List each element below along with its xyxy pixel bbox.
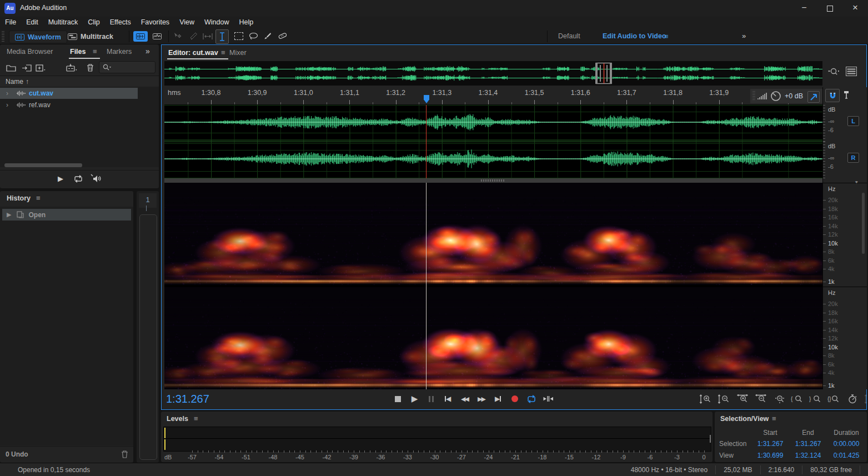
zoom-in-vertical-button[interactable] <box>699 394 713 404</box>
strip-scroll-track[interactable] <box>139 214 157 460</box>
menu-window[interactable]: Window <box>199 17 234 28</box>
skip-selection-button[interactable] <box>540 392 555 405</box>
tab-mixer[interactable]: Mixer <box>229 49 247 57</box>
stop-button[interactable] <box>390 392 405 405</box>
zoom-in-vertical-disabled-button[interactable] <box>864 394 868 404</box>
expand-chevron-icon[interactable]: › <box>3 89 11 97</box>
lasso-selection-tool[interactable] <box>247 30 260 42</box>
tab-media-browser[interactable]: Media Browser <box>7 48 53 56</box>
history-entry-open[interactable]: ▶ Open <box>2 209 131 221</box>
gain-hud-value[interactable]: +0 dB <box>785 92 803 100</box>
insert-into-multitrack-button[interactable] <box>66 62 79 74</box>
multitrack-view-button[interactable]: Multitrack <box>62 31 119 42</box>
level-meter-icon[interactable] <box>757 92 767 100</box>
left-channel-badge[interactable]: L <box>847 116 859 126</box>
rewind-button[interactable]: ◀◀ <box>457 392 472 405</box>
view-start-value[interactable]: 1:30.699 <box>754 452 787 459</box>
workspace-menu-icon[interactable]: ≡ <box>664 32 669 41</box>
tab-markers[interactable]: Markers <box>107 48 132 56</box>
zoom-to-in-point-button[interactable]: { <box>791 394 804 404</box>
snap-magnet-button[interactable] <box>825 89 840 102</box>
waveform-spectral-splitter[interactable] <box>164 178 822 183</box>
history-panel-menu-icon[interactable]: ≡ <box>36 194 41 202</box>
gain-knob-icon[interactable] <box>770 91 781 102</box>
timeline-ruler[interactable]: hms1:30,81:30,91:31,01:31,11:31,21:31,31… <box>164 87 822 105</box>
view-end-value[interactable]: 1:32.124 <box>791 452 825 459</box>
menu-view[interactable]: View <box>174 17 199 28</box>
new-file-button[interactable] <box>34 62 48 74</box>
marker-pin-icon[interactable] <box>843 90 850 100</box>
slip-tool[interactable] <box>201 30 214 42</box>
fast-forward-button[interactable]: ▶▶ <box>474 392 489 405</box>
menu-help[interactable]: Help <box>234 17 258 28</box>
view-duration-value[interactable]: 0:01.425 <box>828 452 865 459</box>
play-button[interactable]: ▶ <box>407 392 422 405</box>
menu-clip[interactable]: Clip <box>83 17 105 28</box>
delete-file-button[interactable] <box>83 62 97 74</box>
marquee-selection-tool[interactable] <box>232 30 245 42</box>
skip-to-end-button[interactable]: ▶ <box>490 392 505 405</box>
expand-chevron-icon[interactable]: › <box>3 101 11 109</box>
overview-waveform[interactable] <box>164 61 822 86</box>
hud-pin-button[interactable] <box>807 91 820 103</box>
skip-to-start-button[interactable]: ◀ <box>440 392 455 405</box>
timer-zoom-button[interactable] <box>846 394 859 404</box>
zoom-out-full-icon[interactable] <box>827 66 840 77</box>
import-file-button[interactable] <box>20 62 33 74</box>
level-meters[interactable] <box>163 427 711 452</box>
selection-end-value[interactable]: 1:31.267 <box>791 440 825 448</box>
auto-play-speaker-button[interactable] <box>90 174 102 183</box>
selection-start-value[interactable]: 1:31.267 <box>754 440 787 448</box>
files-panel-menu-icon[interactable]: ≡ <box>93 47 97 56</box>
record-button[interactable] <box>507 392 522 405</box>
tab-editor-cut-wav[interactable]: Editor: cut.wav <box>168 49 218 57</box>
workspace-active[interactable]: Edit Audio to Video <box>603 32 666 40</box>
preview-play-button[interactable]: ▶ <box>58 174 63 183</box>
time-display[interactable]: 1:31.267 <box>166 393 209 405</box>
paintbrush-tool[interactable] <box>261 30 274 42</box>
menu-file[interactable]: File <box>0 17 21 28</box>
razor-tool[interactable] <box>187 30 200 42</box>
tab-files[interactable]: Files <box>70 48 86 56</box>
selection-duration-value[interactable]: 0:00.000 <box>828 440 865 448</box>
zoom-to-out-point-button[interactable]: } <box>809 394 822 404</box>
vertical-scrollbar[interactable] <box>862 193 865 254</box>
preview-loop-button[interactable] <box>73 175 83 183</box>
waveform-display[interactable] <box>164 105 822 178</box>
display-options-icon[interactable] <box>846 67 857 76</box>
minimize-button[interactable]: − <box>791 0 817 17</box>
file-row-ref-wav[interactable]: › ref.wav <box>0 99 138 111</box>
menu-effects[interactable]: Effects <box>105 17 136 28</box>
show-waveform-toggle[interactable] <box>133 31 148 42</box>
ruler-unit-label[interactable]: hms <box>168 89 181 97</box>
editor-panel-menu-icon[interactable]: ≡ <box>221 48 225 57</box>
toolbar-grip[interactable] <box>2 31 4 42</box>
toolbar-overflow-chevron[interactable]: » <box>742 32 746 40</box>
right-channel-badge[interactable]: R <box>847 153 859 163</box>
menu-edit[interactable]: Edit <box>21 17 43 28</box>
workspace-default[interactable]: Default <box>558 32 580 40</box>
zoom-reset-button[interactable] <box>772 394 786 404</box>
levels-panel-menu-icon[interactable]: ≡ <box>194 414 198 423</box>
zoom-out-vertical-button[interactable] <box>718 394 731 404</box>
clear-history-trash-icon[interactable] <box>121 450 128 458</box>
horizontal-scrollbar[interactable] <box>4 163 82 167</box>
zoom-to-selection-button[interactable]: {} <box>827 394 841 404</box>
maximize-button[interactable] <box>817 0 842 17</box>
zoom-out-horizontal-button[interactable] <box>754 394 767 404</box>
spectrogram-display[interactable] <box>164 183 822 389</box>
time-selection-tool[interactable] <box>215 29 229 44</box>
search-input[interactable] <box>99 61 155 73</box>
file-list-header[interactable]: Name ↑ <box>0 76 159 88</box>
close-button[interactable]: × <box>842 0 868 17</box>
panel-overflow-chevron[interactable]: » <box>145 47 150 56</box>
file-row-cut-wav[interactable]: › cut.wav <box>0 88 138 99</box>
zoom-in-horizontal-button[interactable] <box>736 394 749 404</box>
open-file-button[interactable] <box>4 62 18 74</box>
spot-healing-brush-tool[interactable] <box>275 30 289 42</box>
move-tool[interactable] <box>171 30 184 42</box>
selection-view-menu-icon[interactable]: ≡ <box>772 414 776 423</box>
loop-playback-button[interactable] <box>524 392 539 405</box>
menu-multitrack[interactable]: Multitrack <box>43 17 83 28</box>
hud-grip[interactable] <box>752 91 755 101</box>
